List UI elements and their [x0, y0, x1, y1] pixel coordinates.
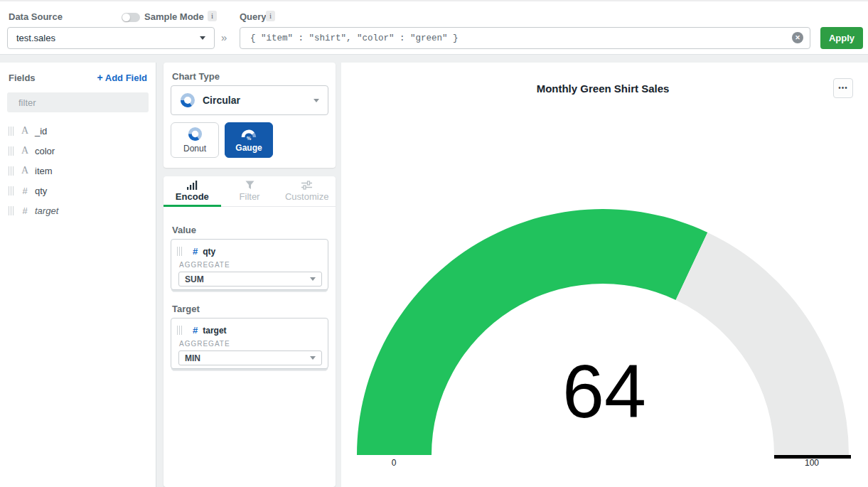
value-section-label: Value — [172, 225, 196, 235]
target-aggregate-select[interactable]: MIN — [178, 350, 322, 365]
chart-type-value: Circular — [203, 95, 240, 106]
drag-handle-icon — [9, 206, 14, 215]
field-name: color — [35, 146, 55, 156]
field-name: qty — [35, 186, 47, 196]
gauge-icon: % — [241, 128, 257, 141]
encode-card: Encode Filter Customize Value — [164, 176, 336, 487]
field-name: _id — [35, 126, 47, 137]
query-label: Query — [240, 11, 267, 22]
svg-text:%: % — [247, 136, 252, 141]
close-icon[interactable]: ✕ — [792, 32, 803, 43]
number-type-icon: # — [193, 246, 198, 257]
string-type-icon: A — [19, 165, 31, 176]
field-filter-box — [7, 92, 149, 112]
donut-icon — [180, 92, 195, 108]
sample-mode-label: Sample Mode — [144, 11, 204, 22]
info-icon[interactable]: i — [266, 11, 275, 21]
field-name: item — [35, 166, 53, 176]
funnel-icon — [245, 181, 254, 190]
chevron-down-icon — [200, 36, 205, 40]
add-field-label: Add Field — [105, 73, 147, 83]
active-tab-underline — [164, 205, 221, 207]
top-bar: Data Source Sample Mode i Query i test.s… — [0, 0, 868, 55]
tab-customize[interactable]: Customize — [278, 176, 336, 206]
query-bar: ✕ — [240, 27, 810, 49]
sample-mode-toggle[interactable] — [122, 13, 140, 22]
value-field-card: # qty AGGREGATE SUM — [171, 239, 328, 290]
donut-icon — [188, 127, 203, 141]
field-row-color[interactable]: A color — [0, 141, 156, 161]
toggle-knob — [122, 14, 130, 21]
drag-handle-icon — [9, 186, 14, 196]
target-section-label: Target — [172, 304, 200, 314]
value-aggregate-select[interactable]: SUM — [178, 272, 322, 287]
chevron-down-icon — [310, 277, 316, 281]
chart-type-select[interactable]: Circular — [171, 85, 328, 115]
aggregate-label: AGGREGATE — [179, 340, 230, 348]
chart-builder-app: Data Source Sample Mode i Query i test.s… — [0, 0, 868, 487]
target-field-pill[interactable]: # target — [171, 319, 328, 336]
number-type-icon: # — [19, 205, 31, 216]
tab-filter-label: Filter — [240, 191, 260, 202]
number-type-icon: # — [193, 325, 198, 336]
tab-filter[interactable]: Filter — [221, 176, 279, 206]
data-source-label: Data Source — [9, 11, 63, 22]
chevron-down-icon — [314, 99, 319, 102]
chart-type-title: Chart Type — [172, 71, 220, 82]
field-name: target — [35, 205, 58, 216]
data-source-select[interactable]: test.sales — [7, 27, 215, 49]
drag-handle-icon — [9, 146, 14, 156]
field-list: A _id A color A item # qty # target — [0, 121, 156, 220]
bar-chart-icon — [187, 181, 198, 190]
value-field-name: qty — [203, 247, 215, 257]
info-icon[interactable]: i — [208, 11, 217, 21]
field-row-item[interactable]: A item — [0, 161, 156, 181]
subtype-gauge-button[interactable]: % Gauge — [225, 122, 273, 158]
field-filter-input[interactable] — [18, 97, 144, 108]
string-type-icon: A — [19, 145, 31, 156]
drag-handle-icon — [177, 247, 182, 256]
tab-encode[interactable]: Encode — [164, 176, 221, 206]
subtype-gauge-label: Gauge — [235, 143, 262, 153]
encode-tabs: Encode Filter Customize — [164, 176, 336, 207]
target-aggregate-value: MIN — [185, 353, 200, 363]
gauge-min-label: 0 — [392, 458, 397, 468]
target-field-card: # target AGGREGATE MIN — [171, 318, 328, 369]
value-field-pill[interactable]: # qty — [171, 240, 328, 257]
gauge-max-label: 100 — [805, 458, 819, 468]
chart-type-card: Chart Type Circular Donut % Gauge — [164, 63, 336, 168]
aggregate-label: AGGREGATE — [179, 261, 230, 269]
subtype-donut-label: Donut — [183, 144, 206, 154]
add-field-button[interactable]: +Add Field — [97, 72, 147, 83]
drag-handle-icon — [9, 166, 14, 176]
sliders-icon — [301, 181, 312, 190]
query-input[interactable] — [240, 27, 810, 49]
chart-preview-card: Monthly Green Shirt Sales ••• 64 0 100 — [341, 63, 868, 487]
drag-handle-icon — [177, 326, 182, 335]
apply-button[interactable]: Apply — [820, 27, 863, 49]
number-type-icon: # — [19, 186, 31, 196]
string-type-icon: A — [19, 125, 31, 137]
field-row-id[interactable]: A _id — [0, 121, 156, 141]
gauge-track-arc — [676, 232, 849, 455]
gauge-value-arc — [357, 209, 707, 455]
tab-customize-label: Customize — [285, 191, 328, 202]
gauge-value: 64 — [562, 353, 646, 429]
field-row-qty[interactable]: # qty — [0, 181, 156, 200]
chevron-down-icon — [310, 356, 316, 360]
target-field-name: target — [203, 326, 226, 336]
fields-panel: Fields +Add Field A _id A color — [0, 63, 156, 487]
drag-handle-icon — [9, 127, 14, 136]
subtype-donut-button[interactable]: Donut — [171, 122, 219, 158]
field-row-target[interactable]: # target — [0, 200, 156, 220]
data-source-value: test.sales — [16, 33, 55, 43]
double-chevron-icon: » — [221, 31, 227, 43]
tab-encode-label: Encode — [176, 191, 209, 202]
fields-title: Fields — [9, 73, 36, 83]
value-aggregate-value: SUM — [185, 274, 204, 284]
plus-icon: + — [97, 72, 103, 83]
